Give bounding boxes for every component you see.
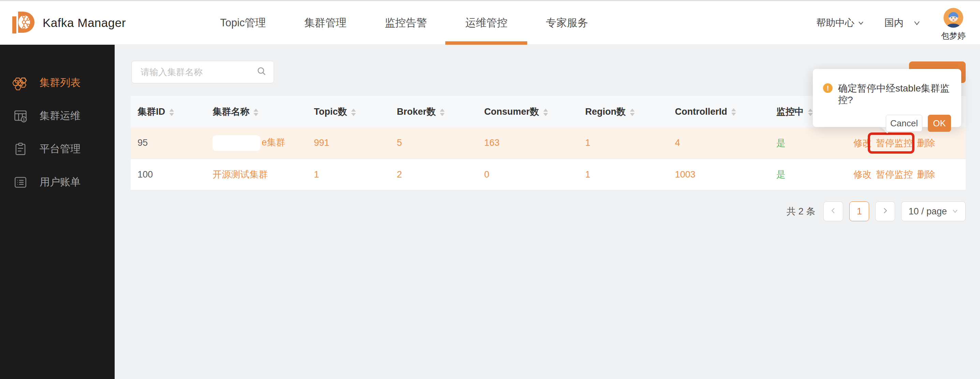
cell-broker-count: 5 (390, 127, 477, 159)
cluster-search-box (131, 61, 274, 83)
cell-consumer-count: 163 (477, 127, 578, 159)
column-header-topic-count[interactable]: Topic数 (307, 96, 390, 127)
chevron-down-icon (952, 206, 958, 217)
column-header-cluster-name[interactable]: 集群名称 (206, 96, 307, 127)
cell-topic-count: 1 (307, 159, 390, 190)
kafka-manager-logo-icon (11, 10, 37, 36)
column-header-controller-id[interactable]: ControllerId (668, 96, 770, 127)
top-bar-right: 帮助中心 国内 (816, 1, 966, 45)
pause-monitoring-popconfirm: ! 确定暂停中经stable集群监控? Cancel OK (813, 69, 961, 127)
honeycomb-icon (13, 75, 28, 91)
active-tab-underline (445, 41, 527, 45)
cell-actions: 修改暂停监控删除 (846, 159, 966, 190)
cell-region-count: 1 (578, 159, 668, 190)
delete-link[interactable]: 删除 (917, 169, 935, 180)
cell-consumer-count: 0 (477, 159, 578, 190)
sort-icon[interactable] (731, 108, 736, 116)
sidebar-item-user-billing[interactable]: 用户账单 (0, 166, 115, 199)
sidebar: 集群列表 $ 集群运维 (0, 45, 115, 379)
sidebar-item-label: 平台管理 (40, 142, 81, 156)
cancel-button[interactable]: Cancel (886, 115, 922, 132)
cluster-name-link[interactable]: 开源测试集群 (213, 169, 268, 180)
cell-broker-count: 2 (390, 159, 477, 190)
column-header-broker-count[interactable]: Broker数 (390, 96, 477, 127)
sort-icon[interactable] (253, 108, 258, 116)
main-nav: Topic管理 集群管理 监控告警 运维管控 专家服务 (220, 1, 588, 45)
search-icon[interactable] (256, 66, 267, 78)
top-bar: Kafka Manager Topic管理 集群管理 监控告警 运维管控 专家服… (0, 0, 980, 45)
cell-controller-id: 1003 (668, 159, 770, 190)
cell-cluster-id: 100 (131, 159, 206, 190)
cluster-search-input[interactable] (140, 67, 256, 78)
sidebar-item-label: 集群列表 (40, 76, 81, 90)
clipboard-icon (13, 141, 28, 157)
table-coin-icon: $ (13, 108, 28, 124)
nav-monitoring-alerts[interactable]: 监控告警 (385, 1, 427, 45)
sidebar-item-cluster-list[interactable]: 集群列表 (0, 66, 115, 99)
kafka-manager-app: Kafka Manager Topic管理 集群管理 监控告警 运维管控 专家服… (0, 0, 980, 379)
avatar[interactable] (943, 8, 963, 29)
cell-monitoring-status: 是 (770, 127, 846, 159)
sort-icon[interactable] (808, 108, 813, 116)
sidebar-item-cluster-ops[interactable]: $ 集群运维 (0, 99, 115, 132)
user-menu[interactable]: 包梦婷 (941, 8, 966, 41)
modify-link[interactable]: 修改 (853, 169, 872, 180)
nav-expert-service[interactable]: 专家服务 (546, 1, 588, 45)
chevron-down-icon (857, 19, 865, 27)
warning-icon: ! (823, 83, 833, 93)
cell-monitoring-status: 是 (770, 159, 846, 190)
nav-cluster-management[interactable]: 集群管理 (304, 1, 346, 45)
sidebar-item-label: 集群运维 (40, 109, 81, 123)
column-header-region-count[interactable]: Region数 (578, 96, 668, 127)
prev-page-button[interactable] (823, 201, 843, 221)
main-content: 集群ID 集群名称 Topic数 Broker数 Consumer数 Regio… (115, 45, 980, 379)
chevron-down-icon (912, 18, 921, 27)
sort-icon[interactable] (630, 108, 635, 116)
svg-text:$: $ (23, 117, 25, 121)
column-header-cluster-id[interactable]: 集群ID (131, 96, 206, 127)
nav-topic-management[interactable]: Topic管理 (220, 1, 266, 45)
sidebar-item-label: 用户账单 (40, 175, 81, 189)
nav-ops-control[interactable]: 运维管控 (465, 1, 508, 45)
brand: Kafka Manager (11, 10, 126, 36)
bill-list-icon (13, 175, 28, 190)
cell-topic-count: 991 (307, 127, 390, 159)
cell-controller-id: 4 (668, 127, 770, 159)
table-row-cluster-100: 100 开源测试集群 1 2 0 1 1003 是 修改暂停监控删除 (131, 159, 966, 190)
next-page-button[interactable] (875, 201, 895, 221)
cluster-name-link[interactable]: e集群 (262, 137, 285, 148)
cell-cluster-name: 开源测试集群 (206, 159, 307, 190)
popconfirm-message: 确定暂停中经stable集群监控? (838, 83, 951, 106)
delete-link[interactable]: 删除 (917, 138, 935, 148)
sort-icon[interactable] (351, 108, 356, 116)
column-header-consumer-count[interactable]: Consumer数 (477, 96, 578, 127)
red-annotation-box (868, 132, 915, 154)
pause-monitoring-link[interactable]: 暂停监控 (876, 169, 913, 180)
page-size-select[interactable]: 10 / page (901, 201, 966, 221)
user-name: 包梦婷 (941, 30, 966, 41)
cell-region-count: 1 (578, 127, 668, 159)
page-1-button[interactable]: 1 (849, 201, 869, 221)
sidebar-item-platform-management[interactable]: 平台管理 (0, 132, 115, 166)
cell-cluster-id: 95 (131, 127, 206, 159)
table-row-cluster-95: 95 e集群 991 5 163 1 4 是 修改暂停监控删除 (131, 127, 966, 159)
pagination-total: 共 2 条 (786, 205, 815, 218)
region-selector[interactable]: 国内 (885, 16, 921, 29)
chevron-right-icon (881, 207, 889, 216)
sort-icon[interactable] (169, 108, 174, 116)
sort-icon[interactable] (440, 108, 445, 116)
redacted-blob (213, 135, 260, 151)
ok-button[interactable]: OK (928, 115, 951, 132)
cell-cluster-name: e集群 (206, 127, 307, 159)
pagination: 共 2 条 1 10 / page (786, 201, 966, 221)
app-title: Kafka Manager (43, 16, 126, 30)
sort-icon[interactable] (543, 108, 548, 116)
help-center-menu[interactable]: 帮助中心 (816, 16, 865, 29)
chevron-left-icon (829, 207, 837, 216)
